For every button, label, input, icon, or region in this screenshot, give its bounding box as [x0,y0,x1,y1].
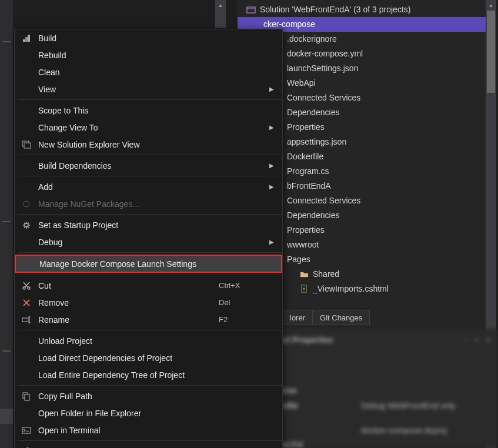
menu-shortcut: Ctrl+X [219,281,269,290]
menu-item-manage-nuget-packages: Manage NuGet Packages... [15,195,282,212]
solution-node[interactable]: Solution 'WebFrontEndA' (3 of 3 projects… [238,2,486,17]
submenu-arrow-icon: ▶ [269,162,282,169]
tree-item-label: Shared [313,267,339,282]
menu-item-label: Change View To [38,123,219,132]
menu-item-label: Clean [38,68,219,77]
svg-rect-5 [28,35,30,42]
menu-item-label: Build [38,34,219,43]
tree-item-label: WebApi [287,76,316,91]
menu-item-add[interactable]: Add▶ [15,178,282,195]
menu-item-remove[interactable]: RemoveDel [15,294,282,311]
menu-item-properties[interactable]: PropertiesAlt+Enter [15,443,282,448]
tab-git-changes[interactable]: Git Changes [312,310,370,325]
editor-scrollbar[interactable]: ▲ [215,0,226,28]
tree-item-label: Pages [287,252,310,267]
menu-item-label: Load Entire Dependency Tree of Project [38,370,219,380]
svg-rect-4 [25,37,28,42]
tree-item-label: _ViewImports.cshtml [313,282,389,296]
svg-point-2 [303,287,305,290]
gear-icon [15,220,38,230]
menu-item-build[interactable]: Build [15,29,282,46]
submenu-arrow-icon: ▶ [269,86,282,92]
solution-icon [246,5,256,15]
menu-item-label: Copy Full Path [38,392,219,401]
menu-shortcut: F2 [219,315,269,324]
properties-panel: - ▪ × Project Properties compose ug Prof… [255,329,498,448]
tab-explorer[interactable]: lorer [282,310,313,325]
menu-item-open-in-terminal[interactable]: Open in Terminal [15,422,282,439]
menu-item-label: Open Folder in File Explorer [38,409,219,418]
menu-item-view[interactable]: View▶ [15,81,282,98]
menu-item-clean[interactable]: Clean [15,63,282,81]
menu-item-label: New Solution Explorer View [38,140,219,149]
tree-item-label: wwwroot [287,238,319,252]
menu-item-label: Set as Startup Project [38,220,219,230]
menu-separator [18,252,282,253]
tree-item-label: Connected Services [287,193,360,208]
menu-item-cut[interactable]: CutCtrl+X [15,277,282,294]
menu-item-open-folder-in-file-explorer[interactable]: Open Folder in File Explorer [15,404,282,422]
menu-separator [18,275,282,275]
menu-item-scope-to-this[interactable]: Scope to This [15,102,282,119]
menu-separator [18,440,282,441]
tree-item-label: Connected Services [287,91,360,105]
menu-item-label: Manage Docker Compose Launch Settings [39,259,218,269]
menu-item-build-dependencies[interactable]: Build Dependencies▶ [15,157,282,174]
newview-icon [15,140,38,149]
solution-label: Solution 'WebFrontEndA' (3 of 3 projects… [260,2,410,17]
svg-rect-7 [24,143,31,148]
menu-item-rebuild[interactable]: Rebuild [15,46,282,63]
tree-item-label: docker-compose.yml [287,46,363,61]
menu-item-label: Rename [38,315,219,325]
tree-item-label: Dependencies [287,105,340,120]
left-gutter [0,0,13,448]
menu-item-label: Add [38,182,219,192]
menu-separator [18,385,282,386]
svg-rect-12 [22,318,28,322]
menu-separator [18,176,282,176]
menu-item-label: View [38,85,219,94]
menu-item-rename[interactable]: RenameF2 [15,311,282,328]
build-icon [15,34,38,43]
tree-item-label: Program.cs [287,164,329,179]
scroll-up-icon[interactable]: ▲ [486,0,496,11]
tree-item-label: Properties [287,120,325,135]
submenu-arrow-icon: ▶ [269,183,282,190]
tree-item-label: appsettings.json [287,135,346,149]
menu-item-load-entire-dependency-tree-of-project[interactable]: Load Entire Dependency Tree of Project [15,366,282,383]
svg-point-9 [25,223,28,227]
menu-item-label: Open in Terminal [38,426,219,435]
menu-separator [18,155,282,155]
svg-rect-3 [23,39,25,42]
scroll-up-icon[interactable]: ▲ [215,0,226,11]
menu-separator [18,330,282,330]
menu-item-label: Manage NuGet Packages... [38,199,219,209]
nuget-icon [15,199,38,209]
tree-item-label: .dockerignore [287,32,337,46]
cut-icon [15,281,38,290]
menu-item-new-solution-explorer-view[interactable]: New Solution Explorer View [15,136,282,153]
menu-item-label: Cut [38,281,219,290]
menu-item-label: Debug [38,238,219,247]
file-icon [299,284,309,295]
menu-item-copy-full-path[interactable]: Copy Full Path [15,387,282,404]
context-menu: BuildRebuildCleanView▶Scope to ThisChang… [14,29,283,448]
menu-item-label: Unload Project [38,336,219,346]
panel-toolbar[interactable]: - ▪ × [464,335,492,345]
tree-item-label: bFrontEndA [287,179,331,193]
menu-item-debug[interactable]: Debug▶ [15,233,282,250]
menu-item-label: Build Dependencies [38,161,219,170]
menu-item-label: Rebuild [38,51,219,60]
rename-icon [15,315,38,325]
menu-item-unload-project[interactable]: Unload Project [15,332,282,349]
menu-item-change-view-to[interactable]: Change View To▶ [15,119,282,136]
copy-icon [15,392,38,401]
menu-item-set-as-startup-project[interactable]: Set as Startup Project [15,216,282,233]
svg-rect-15 [22,427,31,433]
menu-item-manage-docker-compose-launch-settings[interactable]: Manage Docker Compose Launch Settings [15,255,282,273]
terminal-icon [15,426,38,435]
menu-item-load-direct-dependencies-of-project[interactable]: Load Direct Dependencies of Project [15,349,282,366]
menu-separator [18,99,282,100]
svg-rect-0 [247,7,255,13]
scrollbar-thumb[interactable] [487,11,495,93]
